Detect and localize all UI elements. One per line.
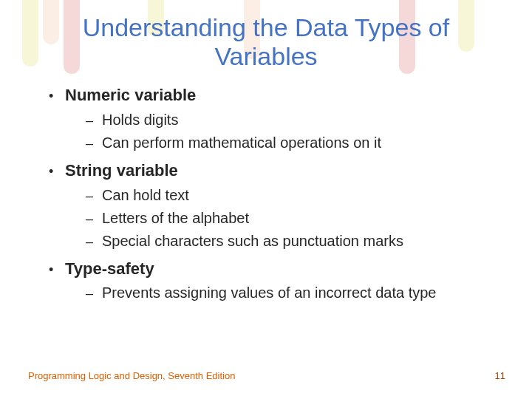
list-item: • Type-safety	[49, 258, 502, 280]
bullet-icon: •	[49, 87, 65, 105]
dash-icon: –	[86, 209, 102, 228]
dash-icon: –	[86, 284, 102, 303]
bullet-icon: •	[49, 261, 65, 279]
list-item-label: Numeric variable	[65, 84, 196, 106]
sublist-item: – Prevents assigning values of an incorr…	[86, 282, 502, 304]
sublist-item-label: Can hold text	[102, 185, 189, 206]
sublist-item: – Special characters such as punctuation…	[86, 231, 502, 252]
sublist-item-label: Special characters such as punctuation m…	[102, 231, 403, 252]
sublist-item-label: Prevents assigning values of an incorrec…	[102, 282, 436, 304]
sublist-item-label: Letters of the alphabet	[102, 208, 249, 229]
sublist-item-label: Can perform mathematical operations on i…	[102, 132, 381, 154]
list-item-label: Type-safety	[65, 258, 154, 280]
dash-icon: –	[86, 232, 102, 251]
footer-text: Programming Logic and Design, Seventh Ed…	[28, 370, 235, 381]
page-number: 11	[495, 370, 505, 381]
sublist-item: – Letters of the alphabet	[86, 208, 502, 229]
sublist-item: – Can hold text	[86, 185, 502, 206]
slide-content: • Numeric variable – Holds digits – Can …	[0, 71, 532, 304]
list-item: • String variable	[49, 160, 502, 182]
bullet-icon: •	[49, 163, 65, 180]
sublist-item: – Can perform mathematical operations on…	[86, 132, 502, 154]
slide-title: Understanding the Data Types of Variable…	[0, 0, 532, 71]
dash-icon: –	[86, 111, 102, 130]
dash-icon: –	[86, 186, 102, 205]
sublist-item: – Holds digits	[86, 109, 502, 131]
sublist-item-label: Holds digits	[102, 109, 178, 131]
dash-icon: –	[86, 134, 102, 153]
list-item-label: String variable	[65, 160, 178, 182]
list-item: • Numeric variable	[49, 84, 502, 106]
